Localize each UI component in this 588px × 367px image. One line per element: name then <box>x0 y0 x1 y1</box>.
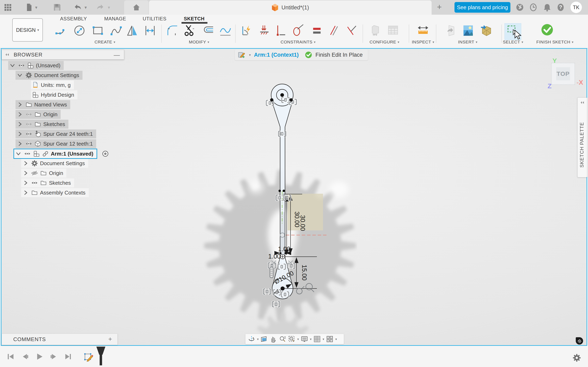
visibility-hidden-icon[interactable] <box>31 170 38 176</box>
tree-row-origin[interactable]: Origin <box>16 110 61 119</box>
chevron-right-icon[interactable] <box>16 140 23 147</box>
tree-row-gear12[interactable]: Spur Gear 12 teeth:1 <box>16 139 96 148</box>
file-menu-icon[interactable] <box>25 3 34 12</box>
tree-row-sketches[interactable]: Sketches <box>16 120 68 129</box>
curve-tool-icon[interactable] <box>219 24 232 37</box>
measure-tool-icon[interactable] <box>416 24 430 37</box>
tree-row-units[interactable]: Units: mm, g <box>31 81 74 90</box>
minimize-panel-icon[interactable]: — <box>114 52 120 58</box>
visibility-eye-icon[interactable] <box>24 150 31 157</box>
comments-bar[interactable]: COMMENTS + <box>2 334 118 345</box>
visibility-eye-icon[interactable] <box>18 62 25 69</box>
sketch-palette-collapsed[interactable]: SKETCH PALETTE <box>577 98 587 177</box>
collapse-panel-icon[interactable] <box>4 51 10 58</box>
visibility-eye-icon[interactable] <box>25 131 32 137</box>
tree-row-root[interactable]: (Unsaved) <box>8 61 64 70</box>
tree-row-arm-active[interactable]: Arm:1 (Unsaved) <box>13 149 97 159</box>
display-caret[interactable]: ▾ <box>310 337 311 341</box>
file-menu-caret[interactable]: ▾ <box>35 5 37 10</box>
group-configure[interactable]: CONFIGURE▾ <box>370 40 399 44</box>
job-status-clock-icon[interactable] <box>528 2 538 12</box>
chevron-right-icon[interactable] <box>16 131 23 137</box>
offset-tool-icon[interactable] <box>202 24 215 37</box>
group-modify[interactable]: MODIFY▾ <box>189 40 209 44</box>
chevron-down-icon[interactable] <box>9 62 16 69</box>
group-constraints[interactable]: CONSTRAINTS▾ <box>281 40 316 44</box>
chevron-down-icon[interactable]: ▾ <box>249 53 251 57</box>
tree-row-named-views[interactable]: Named Views <box>16 100 70 109</box>
dim-1-a[interactable]: 1.00 <box>278 245 290 253</box>
new-tab-icon[interactable]: + <box>434 2 444 12</box>
plans-pricing-button[interactable]: See plans and pricing <box>454 2 510 13</box>
chevron-right-icon[interactable] <box>16 111 23 118</box>
sketch-dimension-icon[interactable] <box>241 24 254 37</box>
pan-icon[interactable] <box>270 335 277 343</box>
viewports-caret[interactable]: ▾ <box>335 337 337 341</box>
feedback-bubble-icon[interactable] <box>575 336 584 345</box>
chevron-right-icon[interactable] <box>16 101 23 108</box>
chevron-down-icon[interactable] <box>16 72 23 79</box>
undo-icon[interactable] <box>73 3 82 12</box>
save-icon[interactable] <box>53 3 62 12</box>
component-edit-icon[interactable] <box>238 51 246 59</box>
tangent-constraint-icon[interactable] <box>292 24 305 37</box>
context-component-name[interactable]: Arm:1 (Context1) <box>254 52 299 58</box>
add-comment-icon[interactable]: + <box>108 335 112 343</box>
dim-15[interactable]: 15.00 <box>301 265 308 281</box>
tree-row-arm-origin[interactable]: Origin <box>21 169 66 178</box>
timeline-settings-gear-icon[interactable] <box>572 354 581 362</box>
tree-row-arm-sketches[interactable]: Sketches <box>21 178 74 187</box>
perpendicular-constraint-icon[interactable] <box>345 24 358 37</box>
visibility-eye-icon[interactable] <box>25 111 32 118</box>
tree-row-gear24[interactable]: Spur Gear 24 teeth:1 <box>16 129 96 138</box>
chevron-right-icon[interactable] <box>22 170 29 176</box>
insert-mesh-icon[interactable] <box>480 24 493 37</box>
timeline-step-forward-icon[interactable] <box>49 352 58 361</box>
grid-caret[interactable]: ▾ <box>323 337 324 341</box>
dim-30-b[interactable]: 30.00 <box>299 215 306 231</box>
visibility-eye-icon[interactable] <box>31 179 38 186</box>
redo-caret[interactable]: ▾ <box>108 5 110 10</box>
spline-tool-icon[interactable] <box>110 24 123 37</box>
orbit-icon[interactable] <box>248 335 255 343</box>
view-cube[interactable]: Y TOP Z -X <box>549 58 584 91</box>
dimension-tool-icon[interactable] <box>144 24 156 37</box>
finish-edit-in-place[interactable]: Finish Edit In Place <box>315 52 363 58</box>
canvas-insert-icon[interactable] <box>462 24 475 37</box>
expand-panel-icon[interactable] <box>579 100 585 105</box>
extensions-icon[interactable] <box>515 2 525 12</box>
group-create[interactable]: CREATE▾ <box>95 40 115 44</box>
dim-1-b[interactable]: 1.00 <box>268 253 281 260</box>
rectangle-tool-icon[interactable] <box>91 24 104 37</box>
timeline-sketch-feature-icon[interactable] <box>83 352 94 363</box>
tree-row-doc-settings[interactable]: Document Settings <box>16 71 82 80</box>
tree-row-arm-doc-settings[interactable]: Document Settings <box>21 159 88 168</box>
visibility-eye-icon[interactable] <box>25 121 32 128</box>
activate-component-radio[interactable] <box>102 150 109 157</box>
chevron-right-icon[interactable] <box>22 160 29 167</box>
timeline-go-end-icon[interactable] <box>63 352 73 361</box>
fillet-tool-icon[interactable] <box>166 24 179 37</box>
tree-row-assembly-contexts[interactable]: Assembly Contexts <box>21 188 89 197</box>
fit-icon[interactable] <box>288 335 295 343</box>
workspace-switcher[interactable]: DESIGN ▾ <box>12 18 43 42</box>
visibility-eye-icon[interactable] <box>25 140 32 147</box>
undo-caret[interactable]: ▾ <box>85 5 87 10</box>
look-at-icon[interactable] <box>260 335 268 343</box>
line-tool-icon[interactable] <box>54 24 68 37</box>
notifications-bell-icon[interactable] <box>542 2 552 12</box>
tab-assembly[interactable]: ASSEMBLY <box>60 15 87 23</box>
finish-edit-check-icon[interactable] <box>305 51 312 58</box>
trim-tool-icon[interactable] <box>183 24 196 37</box>
help-icon[interactable]: ? <box>556 2 566 12</box>
tab-utilities[interactable]: UTILITIES <box>143 15 167 23</box>
chevron-right-icon[interactable] <box>16 121 23 128</box>
group-inspect[interactable]: INSPECT▾ <box>412 40 434 44</box>
group-insert[interactable]: INSERT▾ <box>458 40 477 44</box>
tab-sketch[interactable]: SKETCH <box>184 15 205 23</box>
view-cube-top-face[interactable]: TOP <box>551 63 575 85</box>
vertical-horizontal-constraint-icon[interactable] <box>274 24 287 37</box>
circle-tool-icon[interactable] <box>73 24 86 37</box>
coincident-constraint-icon[interactable] <box>258 24 271 37</box>
zoom-icon[interactable] <box>279 335 286 343</box>
